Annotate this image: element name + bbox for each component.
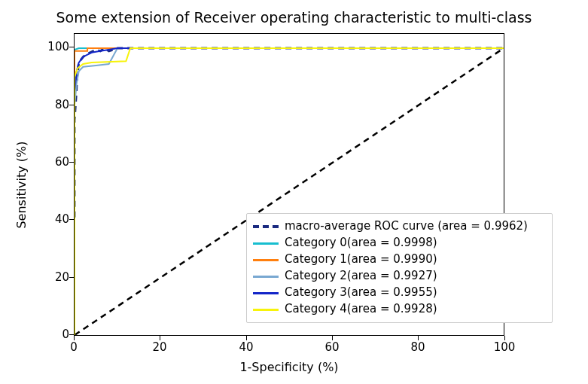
legend-label: Category 0(area = 0.9998) <box>285 235 437 251</box>
chart-title: Some extension of Receiver operating cha… <box>0 9 588 26</box>
xtick-80: 80 <box>410 340 425 354</box>
legend-label: Category 2(area = 0.9927) <box>285 268 437 285</box>
legend-entry-cat0: Category 0(area = 0.9998) <box>253 235 546 251</box>
xtick-0: 0 <box>70 340 78 354</box>
y-axis-label: Sensitivity (%) <box>14 33 29 336</box>
plot-area: macro-average ROC curve (area = 0.9962) … <box>74 33 504 336</box>
legend-entry-cat1: Category 1(area = 0.9990) <box>253 251 546 268</box>
legend-entry-macro: macro-average ROC curve (area = 0.9962) <box>253 218 546 235</box>
legend-label: Category 4(area = 0.9928) <box>285 301 437 318</box>
ytick-60: 60 <box>47 155 69 169</box>
legend-swatch-icon <box>253 242 279 245</box>
legend-label: Category 3(area = 0.9955) <box>285 285 437 301</box>
ytick-0: 0 <box>47 328 69 341</box>
roc-chart: Some extension of Receiver operating cha… <box>0 0 588 384</box>
xtick-100: 100 <box>494 340 516 354</box>
legend-label: Category 1(area = 0.9990) <box>285 251 437 268</box>
legend-entry-cat3: Category 3(area = 0.9955) <box>253 285 546 301</box>
xtick-20: 20 <box>152 340 166 354</box>
legend-swatch-icon <box>253 276 279 278</box>
xtick-40: 40 <box>239 340 253 354</box>
legend-entry-cat2: Category 2(area = 0.9927) <box>253 268 546 285</box>
legend: macro-average ROC curve (area = 0.9962) … <box>246 213 553 323</box>
legend-entry-cat4: Category 4(area = 0.9928) <box>253 301 546 318</box>
x-axis-label: 1-Specificity (%) <box>74 360 504 374</box>
xtick-60: 60 <box>324 340 339 354</box>
legend-swatch-icon <box>253 292 279 294</box>
legend-swatch-icon <box>253 259 279 261</box>
legend-swatch-icon <box>253 309 279 311</box>
ytick-20: 20 <box>47 270 69 284</box>
ytick-100: 100 <box>47 40 69 53</box>
ytick-80: 80 <box>47 98 69 111</box>
legend-swatch-icon <box>253 225 279 228</box>
legend-label: macro-average ROC curve (area = 0.9962) <box>285 218 528 235</box>
ytick-40: 40 <box>47 212 69 226</box>
